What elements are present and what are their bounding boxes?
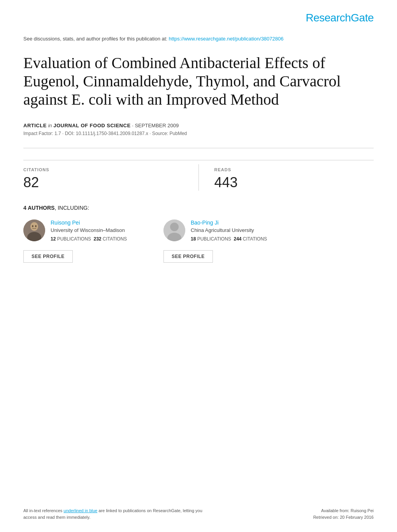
divider [23,148,374,148]
article-meta: ARTICLE in JOURNAL OF FOOD SCIENCE · SEP… [23,123,374,136]
svg-point-3 [32,225,33,227]
footer-left: All in-text references underlined in blu… [23,507,210,520]
authors-heading: 4 AUTHORS, INCLUDING: [23,205,374,211]
citations-label: CITATIONS [23,167,183,172]
reads-label: READS [214,167,374,172]
author-info-2: Bao-Ping Ji China Agricultural Universit… [191,219,267,242]
footer-right: Available from: Ruisong Pei Retrieved on… [313,507,374,520]
publication-title: Evaluation of Combined Antibacterial Eff… [23,54,374,109]
author-affiliation-1: University of Wisconsin–Madison [51,227,127,234]
publication-url[interactable]: https://www.researchgate.net/publication… [169,36,284,42]
article-type-line: ARTICLE in JOURNAL OF FOOD SCIENCE · SEP… [23,123,374,128]
svg-point-4 [35,225,37,227]
article-date: SEPTEMBER 2009 [135,123,179,128]
avatar-ruisong-pei [23,219,45,241]
reads-block: READS 443 [199,164,374,191]
stats-section: CITATIONS 82 READS 443 [23,160,374,191]
avatar-bao-ping-ji [163,219,185,241]
svg-point-6 [170,223,179,231]
page-footer: All in-text references underlined in blu… [23,507,374,520]
researchgate-logo: ResearchGate [306,12,374,24]
author-card-1: Ruisong Pei University of Wisconsin–Madi… [23,219,140,263]
svg-point-1 [30,222,38,231]
author-stats-2: 18 PUBLICATIONS 244 CITATIONS [191,236,267,242]
author-top-2: Bao-Ping Ji China Agricultural Universit… [163,219,280,242]
authors-section: 4 AUTHORS, INCLUDING: [23,205,374,263]
see-profile-button-1[interactable]: SEE PROFILE [23,250,73,263]
see-discussions-line: See discussions, stats, and author profi… [23,35,374,43]
footer-available-from: Available from: Ruisong Pei [313,507,374,514]
author-info-1: Ruisong Pei University of Wisconsin–Madi… [51,219,127,242]
header: ResearchGate [23,12,374,24]
reads-value: 443 [214,174,374,191]
footer-link[interactable]: underlined in blue [63,508,97,513]
authors-grid: Ruisong Pei University of Wisconsin–Madi… [23,219,374,263]
authors-count: 4 AUTHORS [23,205,54,211]
author-stats-1: 12 PUBLICATIONS 232 CITATIONS [51,236,127,242]
in-label: in [48,123,53,128]
journal-name: JOURNAL OF FOOD SCIENCE [53,123,130,128]
footer-left-text1: All in-text references [23,508,62,513]
see-discussions-text: See discussions, stats, and author profi… [23,36,167,42]
author-card-2: Bao-Ping Ji China Agricultural Universit… [163,219,280,263]
author-affiliation-2: China Agricultural University [191,227,267,234]
citations-block: CITATIONS 82 [23,164,199,191]
impact-line: Impact Factor: 1.7 · DOI: 10.1111/j.1750… [23,131,374,136]
author-name-2[interactable]: Bao-Ping Ji [191,219,267,226]
citations-value: 82 [23,174,183,191]
see-profile-button-2[interactable]: SEE PROFILE [163,250,213,263]
author-top-1: Ruisong Pei University of Wisconsin–Madi… [23,219,140,242]
including-label: , INCLUDING: [54,205,89,211]
article-label: ARTICLE [23,123,47,128]
footer-retrieved-on: Retrieved on: 20 February 2016 [313,514,374,521]
author-name-1[interactable]: Ruisong Pei [51,219,127,226]
